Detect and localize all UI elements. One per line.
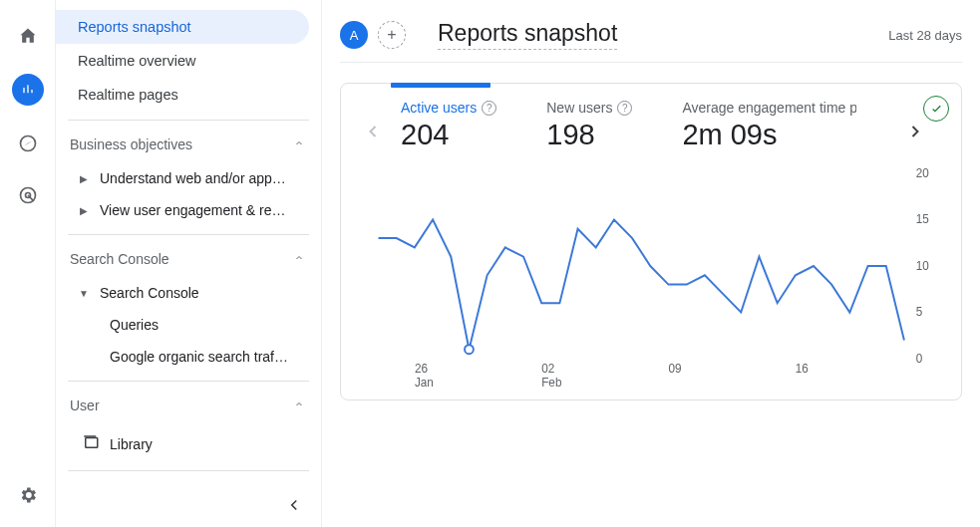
page-title: Reports snapshot	[438, 20, 617, 50]
icon-rail	[0, 0, 56, 527]
metric-value: 2m 09s	[682, 119, 856, 151]
metric-value: 204	[401, 119, 496, 151]
help-icon[interactable]: ?	[482, 101, 496, 116]
section-business-objectives: Business objectives ▶Understand web and/…	[68, 120, 309, 226]
metric-label: New users	[546, 100, 612, 116]
ads-icon[interactable]	[14, 181, 42, 209]
nav-library[interactable]: Library	[68, 423, 309, 464]
collapse-sidebar-button[interactable]	[285, 496, 303, 517]
caret-down-icon: ▼	[76, 288, 92, 299]
overview-card: Active users? 204 New users? 198 Average…	[340, 83, 962, 400]
svg-text:5: 5	[916, 305, 923, 319]
svg-text:Feb: Feb	[541, 376, 562, 390]
metric-label: Average engagement time p	[682, 100, 856, 116]
explore-icon[interactable]	[14, 130, 42, 157]
home-icon[interactable]	[14, 22, 42, 50]
nav-organic-traffic[interactable]: Google organic search traf…	[68, 341, 309, 373]
nav-search-console-parent[interactable]: ▼Search Console	[68, 277, 309, 309]
svg-text:20: 20	[916, 166, 929, 180]
metrics-prev-button[interactable]	[363, 122, 383, 144]
nav-label: Reports snapshot	[78, 19, 191, 35]
svg-text:15: 15	[916, 212, 929, 226]
svg-text:Jan: Jan	[415, 376, 434, 390]
help-icon[interactable]: ?	[617, 101, 632, 116]
svg-point-9	[465, 345, 474, 354]
line-chart: 0510152026Jan02Feb0916	[359, 165, 943, 395]
nav-label: Google organic search traf…	[110, 349, 288, 365]
nav-business-item[interactable]: ▶Understand web and/or app t…	[68, 162, 309, 194]
metric-tab-indicator	[391, 83, 490, 88]
verified-check-icon[interactable]	[923, 96, 949, 122]
section-title: Business objectives	[70, 136, 192, 152]
date-range-label: Last 28 days	[888, 28, 962, 43]
reports-icon[interactable]	[12, 74, 44, 106]
nav-business-item[interactable]: ▶View user engagement & rete…	[68, 194, 309, 226]
section-title: Search Console	[70, 251, 169, 267]
segment-chip[interactable]: A	[340, 21, 368, 49]
library-icon	[82, 433, 100, 454]
nav-label: Understand web and/or app t…	[100, 170, 289, 186]
nav-realtime-pages[interactable]: Realtime pages	[68, 78, 309, 112]
svg-rect-3	[86, 438, 98, 448]
caret-right-icon: ▶	[76, 173, 92, 184]
metrics-row: Active users? 204 New users? 198 Average…	[359, 100, 943, 151]
page-header: A + Reports snapshot Last 28 days	[340, 20, 962, 63]
nav-reports-snapshot[interactable]: Reports snapshot	[56, 10, 309, 44]
nav-label: Queries	[110, 317, 159, 333]
section-header[interactable]: User	[68, 388, 309, 423]
metric-label: Active users	[401, 100, 477, 116]
svg-text:10: 10	[916, 259, 929, 273]
chevron-up-icon	[293, 397, 305, 413]
svg-text:16: 16	[796, 362, 809, 376]
section-header[interactable]: Search Console	[68, 241, 309, 277]
svg-text:09: 09	[669, 362, 682, 376]
caret-right-icon: ▶	[76, 205, 92, 216]
chevron-up-icon	[293, 136, 305, 152]
settings-icon[interactable]	[14, 481, 42, 509]
nav-label: Library	[110, 436, 153, 452]
svg-text:0: 0	[916, 352, 923, 366]
add-segment-button[interactable]: +	[378, 21, 406, 49]
metrics-next-button[interactable]	[905, 122, 925, 144]
chip-letter: A	[350, 28, 359, 43]
nav-label: Search Console	[100, 285, 199, 301]
section-header[interactable]: Business objectives	[68, 127, 309, 162]
nav-label: Realtime pages	[78, 87, 178, 103]
sidebar: Reports snapshot Realtime overview Realt…	[56, 0, 322, 527]
svg-text:26: 26	[415, 362, 428, 376]
main-content: A + Reports snapshot Last 28 days Active…	[322, 0, 980, 527]
plus-icon: +	[387, 26, 396, 44]
nav-realtime-overview[interactable]: Realtime overview	[68, 44, 309, 78]
nav-label: View user engagement & rete…	[100, 202, 289, 218]
nav-queries[interactable]: Queries	[68, 309, 309, 341]
date-range-button[interactable]: Last 28 days	[888, 28, 962, 43]
section-search-console: Search Console ▼Search Console Queries G…	[68, 234, 309, 373]
metric-value: 198	[546, 119, 632, 151]
chevron-up-icon	[293, 251, 305, 267]
chart-container: 0510152026Jan02Feb0916	[359, 165, 943, 397]
metric-engagement-time[interactable]: Average engagement time p 2m 09s	[682, 100, 856, 151]
metric-new-users[interactable]: New users? 198	[546, 100, 632, 151]
nav-label: Realtime overview	[78, 53, 195, 69]
metric-active-users[interactable]: Active users? 204	[401, 100, 496, 151]
section-user: User Library	[68, 381, 309, 471]
svg-text:02: 02	[541, 362, 554, 376]
section-title: User	[70, 397, 100, 413]
